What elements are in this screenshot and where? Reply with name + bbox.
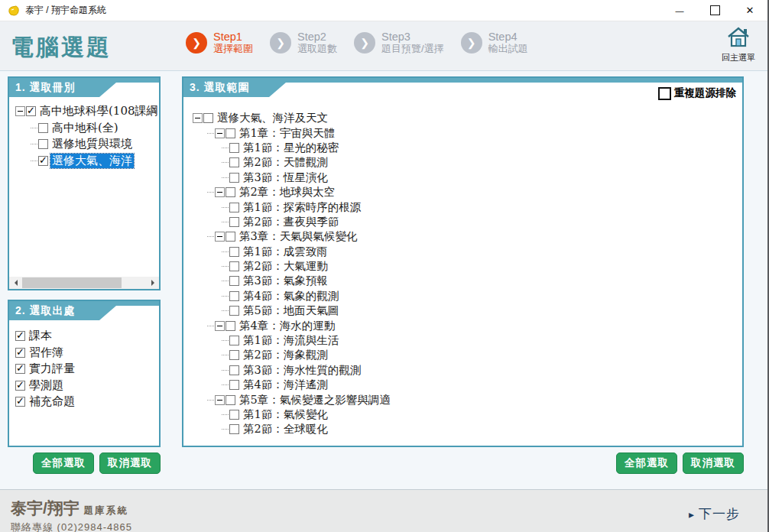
tree-node[interactable]: 選修地質與環境 xyxy=(15,136,157,153)
source-item[interactable]: 課本 xyxy=(15,328,156,345)
node-label[interactable]: 第2節：海象觀測 xyxy=(242,348,329,362)
node-label[interactable]: 第1節：氣候變化 xyxy=(242,407,329,422)
deselect-all-button[interactable]: 取消選取 xyxy=(99,453,161,474)
node-label[interactable]: 第4節：氣象的觀測 xyxy=(242,289,340,303)
node-checkbox[interactable] xyxy=(229,410,239,420)
node-checkbox[interactable] xyxy=(229,424,239,434)
source-item[interactable]: 習作簿 xyxy=(15,345,156,362)
node-checkbox[interactable] xyxy=(226,321,235,331)
node-checkbox[interactable] xyxy=(229,276,239,286)
node-checkbox[interactable] xyxy=(38,156,48,166)
node-label[interactable]: 選修大氣、海洋及天文 xyxy=(216,111,329,125)
expand-toggle-icon[interactable] xyxy=(215,128,225,138)
node-checkbox[interactable] xyxy=(38,139,48,149)
horizontal-scrollbar[interactable] xyxy=(9,277,159,289)
source-label[interactable]: 實力評量 xyxy=(28,362,76,376)
node-label[interactable]: 第2節：晝夜與季節 xyxy=(242,215,340,229)
node-label[interactable]: 第2節：天體觀測 xyxy=(242,155,329,170)
node-label[interactable]: 第1章：宇宙與天體 xyxy=(238,126,336,141)
node-label[interactable]: 第1節：探索時序的根源 xyxy=(242,200,362,215)
node-checkbox[interactable] xyxy=(226,128,235,138)
tree-node[interactable]: 第2章：地球與太空 xyxy=(193,185,741,200)
dedupe-checkbox[interactable] xyxy=(658,87,671,100)
scroll-right-button[interactable] xyxy=(147,277,159,289)
source-checkbox[interactable] xyxy=(15,397,25,407)
node-checkbox[interactable] xyxy=(229,380,239,390)
tree-node[interactable]: 第2節：大氣運動 xyxy=(193,259,741,274)
node-checkbox[interactable] xyxy=(229,306,239,316)
select-all-button[interactable]: 全部選取 xyxy=(616,453,677,474)
tree-node[interactable]: 第1節：氣候變化 xyxy=(193,407,741,422)
tree-node[interactable]: 第1節：探索時序的根源 xyxy=(193,200,741,214)
node-label[interactable]: 高中地球科學(108課綱) xyxy=(38,104,157,118)
node-label[interactable]: 第4節：海洋遙測 xyxy=(242,378,329,392)
expand-toggle-icon[interactable] xyxy=(215,232,225,242)
node-checkbox[interactable] xyxy=(229,291,239,301)
node-checkbox[interactable] xyxy=(38,123,48,133)
tree-node[interactable]: 第1節：成雲致雨 xyxy=(193,245,741,259)
node-checkbox[interactable] xyxy=(229,143,239,153)
source-checkbox[interactable] xyxy=(15,381,25,391)
tree-node[interactable]: 選修大氣、海洋及天文 xyxy=(193,111,741,125)
node-checkbox[interactable] xyxy=(229,365,239,375)
node-checkbox[interactable] xyxy=(229,203,239,212)
node-label[interactable]: 第1節：星光的秘密 xyxy=(242,141,340,155)
select-all-button[interactable]: 全部選取 xyxy=(33,453,94,474)
next-step-button[interactable]: 下一步 xyxy=(689,505,740,523)
node-checkbox[interactable] xyxy=(226,232,235,242)
node-label[interactable]: 第1節：成雲致雨 xyxy=(242,245,329,259)
expand-toggle-icon[interactable] xyxy=(215,321,225,331)
node-label[interactable]: 第2節：大氣運動 xyxy=(242,259,329,274)
node-label[interactable]: 第1節：海流與生活 xyxy=(242,333,340,348)
node-label[interactable]: 第3節：恆星演化 xyxy=(242,170,329,185)
scroll-left-button[interactable] xyxy=(9,277,21,289)
node-checkbox[interactable] xyxy=(229,247,239,257)
expand-toggle-icon[interactable] xyxy=(215,395,225,405)
node-checkbox[interactable] xyxy=(203,113,213,123)
tree-node[interactable]: 高中地球科學(108課綱) xyxy=(15,103,157,120)
node-label[interactable]: 選修大氣、海洋 xyxy=(50,154,134,168)
node-checkbox[interactable] xyxy=(229,261,239,271)
node-checkbox[interactable] xyxy=(226,187,235,197)
tree-node[interactable]: 第2節：晝夜與季節 xyxy=(193,215,741,229)
node-checkbox[interactable] xyxy=(229,336,239,345)
tree-node[interactable]: 第1節：星光的秘密 xyxy=(193,141,741,155)
node-checkbox[interactable] xyxy=(226,395,235,405)
tree-node[interactable]: 第4節：氣象的觀測 xyxy=(193,289,741,303)
node-checkbox[interactable] xyxy=(26,106,36,116)
tree-node[interactable]: 第3節：海水性質的觀測 xyxy=(193,363,741,378)
minimize-button[interactable] xyxy=(662,0,697,21)
node-label[interactable]: 第3節：海水性質的觀測 xyxy=(242,363,362,378)
tree-node[interactable]: 第3節：恆星演化 xyxy=(193,170,741,185)
tree-node[interactable]: 選修大氣、海洋 xyxy=(15,153,157,170)
node-label[interactable]: 選修地質與環境 xyxy=(50,137,134,151)
source-label[interactable]: 課本 xyxy=(28,329,54,343)
source-checkbox[interactable] xyxy=(15,348,25,358)
tree-node[interactable]: 第2節：全球暖化 xyxy=(193,422,741,436)
tree-node[interactable]: 第3章：天氣與氣候變化 xyxy=(193,229,741,244)
tree-node[interactable]: 第2節：海象觀測 xyxy=(193,348,741,362)
node-checkbox[interactable] xyxy=(229,173,239,183)
node-label[interactable]: 第4章：海水的運動 xyxy=(238,319,336,333)
source-checkbox[interactable] xyxy=(15,331,25,341)
dedupe-checkbox-row[interactable]: 重複題源排除 xyxy=(658,86,736,100)
node-checkbox[interactable] xyxy=(229,217,239,227)
expand-toggle-icon[interactable] xyxy=(15,106,25,116)
node-label[interactable]: 第3章：天氣與氣候變化 xyxy=(238,229,359,244)
close-button[interactable] xyxy=(732,0,767,21)
scrollbar-thumb[interactable] xyxy=(22,277,122,288)
tree-node[interactable]: 第1章：宇宙與天體 xyxy=(193,125,741,140)
node-label[interactable]: 第5節：地面天氣圖 xyxy=(242,303,340,318)
source-label[interactable]: 補充命題 xyxy=(28,394,76,409)
node-checkbox[interactable] xyxy=(229,350,239,360)
source-label[interactable]: 學測題 xyxy=(28,378,65,393)
source-checkbox[interactable] xyxy=(15,364,25,374)
node-label[interactable]: 高中地科(全) xyxy=(50,121,120,135)
maximize-button[interactable] xyxy=(697,0,732,21)
node-label[interactable]: 第3節：氣象預報 xyxy=(242,274,329,288)
expand-toggle-icon[interactable] xyxy=(215,187,225,197)
node-label[interactable]: 第5章：氣候變遷之影響與調適 xyxy=(238,393,392,407)
deselect-all-button[interactable]: 取消選取 xyxy=(683,453,744,474)
tree-node[interactable]: 第4節：海洋遙測 xyxy=(193,378,741,392)
source-label[interactable]: 習作簿 xyxy=(28,345,65,360)
